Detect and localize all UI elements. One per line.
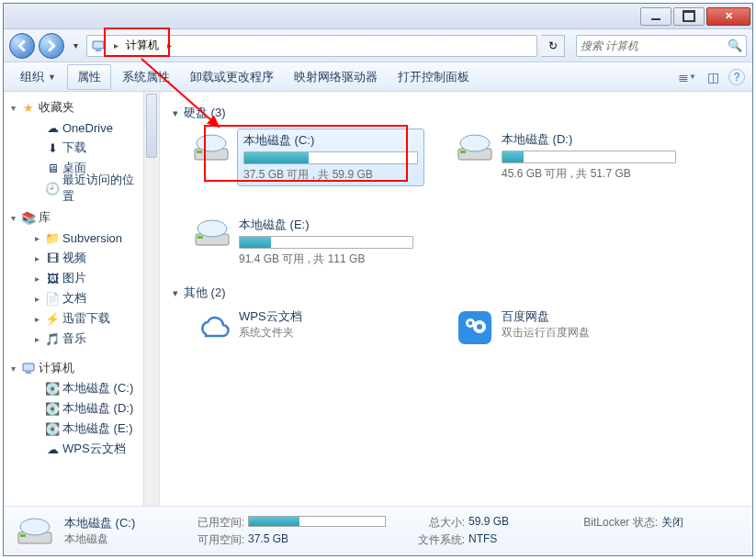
size-value: 59.9 GB	[468, 515, 560, 531]
svg-rect-3	[26, 372, 31, 374]
capacity-bar	[502, 151, 676, 163]
sidebar-item[interactable]: ▸📄文档	[4, 288, 143, 308]
sidebar-item[interactable]: ☁WPS云文档	[4, 439, 143, 459]
bitlocker-label: BitLocker 状态:	[560, 515, 661, 531]
search-input[interactable]	[577, 39, 724, 52]
other-item[interactable]: WPS云文档 系统文件夹	[193, 308, 423, 347]
maximize-button[interactable]	[673, 7, 705, 26]
tree-item-icon: 📁	[45, 230, 60, 245]
sidebar-item[interactable]: ▸📁Subversion	[4, 228, 143, 248]
group-hard-disks[interactable]: ▾ 硬盘 (3)	[173, 105, 739, 121]
nav-forward-button[interactable]	[39, 33, 64, 59]
tree-item-label: 计算机	[39, 360, 74, 376]
tree-item-label: 本地磁盘 (E:)	[62, 420, 133, 437]
details-name: 本地磁盘 (C:)	[64, 515, 175, 531]
svg-rect-0	[93, 41, 104, 49]
view-mode-button[interactable]: ≣▼	[677, 67, 697, 87]
tree-item-icon: ⚡	[45, 311, 60, 326]
drive-name: 本地磁盘 (E:)	[239, 217, 423, 233]
tree-item-icon: 📚	[21, 210, 36, 225]
tree-item-label: 本地磁盘 (D:)	[62, 400, 133, 417]
item-info: 百度网盘 双击运行百度网盘	[502, 308, 590, 347]
group-hard-disks-label: 硬盘 (3)	[184, 105, 226, 121]
item-desc: 双击运行百度网盘	[502, 325, 590, 341]
drive-icon	[193, 214, 231, 252]
svg-point-17	[477, 324, 482, 330]
details-pane: 本地磁盘 (C:) 本地磁盘 已用空间: 总大小: 59.9 GB BitLoc…	[4, 506, 752, 555]
minimize-button[interactable]	[640, 7, 671, 26]
svg-point-8	[460, 135, 490, 151]
sidebar-item[interactable]: 🕘最近访问的位置	[4, 178, 143, 198]
other-item[interactable]: 百度网盘 双击运行百度网盘	[456, 308, 685, 347]
sidebar-libraries[interactable]: ▾📚库	[4, 207, 143, 228]
tree-item-label: 音乐	[62, 330, 86, 347]
svg-rect-12	[197, 236, 203, 239]
toolbar-right: ≣▼ ◫ ?	[677, 67, 745, 87]
nav-history-dropdown[interactable]: ▾	[68, 36, 83, 56]
map-drive-button[interactable]: 映射网络驱动器	[285, 65, 387, 89]
fs-value: NTFS	[468, 532, 560, 548]
expand-icon: ▸	[31, 334, 42, 344]
help-button[interactable]: ?	[728, 69, 745, 85]
drive-item[interactable]: 本地磁盘 (E:) 91.4 GB 可用 , 共 111 GB	[193, 214, 423, 270]
refresh-button[interactable]: ↻	[541, 35, 565, 57]
properties-button[interactable]: 属性	[67, 64, 111, 90]
titlebar	[4, 4, 752, 29]
sidebar-item[interactable]: ⬇下载	[4, 138, 143, 158]
expand-icon: ▾	[7, 363, 18, 374]
group-other[interactable]: ▾ 其他 (2)	[173, 285, 739, 301]
drive-free-text: 45.6 GB 可用 , 共 51.7 GB	[502, 166, 685, 182]
sidebar-item[interactable]: ▸🖼图片	[4, 268, 143, 288]
sidebar-item[interactable]: 💽本地磁盘 (E:)	[4, 419, 143, 439]
drive-item[interactable]: 本地磁盘 (C:) 37.5 GB 可用 , 共 59.9 GB	[193, 129, 423, 186]
control-panel-label: 打开控制面板	[398, 69, 469, 85]
scrollbar-thumb[interactable]	[146, 94, 157, 158]
organize-button[interactable]: 组织▼	[11, 65, 65, 89]
expand-icon: ▸	[31, 274, 42, 284]
svg-rect-6	[197, 151, 202, 153]
address-bar[interactable]: ▸ 计算机 ▸	[86, 35, 537, 57]
tree-item-label: 文档	[62, 290, 86, 307]
details-type: 本地磁盘	[64, 531, 175, 547]
group-other-label: 其他 (2)	[184, 285, 226, 301]
tree-item-icon: 📄	[45, 291, 60, 306]
drive-item[interactable]: 本地磁盘 (D:) 45.6 GB 可用 , 共 51.7 GB	[456, 129, 685, 186]
sidebar-scrollbar[interactable]	[143, 92, 159, 506]
expand-icon: ▾	[7, 213, 18, 223]
sidebar-computer[interactable]: ▾计算机	[4, 358, 143, 378]
tree-item-icon: ☁	[45, 120, 60, 135]
collapse-arrow-icon: ▾	[173, 287, 178, 299]
close-button[interactable]	[706, 7, 750, 26]
tree-item-label: 本地磁盘 (C:)	[62, 380, 133, 397]
tree-item-label: Subversion	[62, 231, 122, 245]
sidebar-item[interactable]: ▸⚡迅雷下载	[4, 308, 143, 329]
breadcrumb-arrow-icon: ▸	[163, 40, 175, 50]
search-icon[interactable]: 🔍	[724, 39, 746, 52]
drive-free-text: 91.4 GB 可用 , 共 111 GB	[239, 252, 423, 267]
uninstall-button[interactable]: 卸载或更改程序	[181, 65, 283, 89]
body: ▾★收藏夹☁OneDrive⬇下载🖥桌面🕘最近访问的位置▾📚库▸📁Subvers…	[4, 92, 752, 506]
tree-item-icon: 💽	[45, 401, 60, 416]
preview-pane-button[interactable]: ◫	[703, 67, 723, 87]
control-panel-button[interactable]: 打开控制面板	[389, 65, 479, 89]
fs-label: 文件系统:	[404, 532, 468, 548]
breadcrumb-computer[interactable]: 计算机	[122, 36, 163, 56]
system-properties-label: 系统属性	[122, 69, 170, 85]
drive-icon	[15, 511, 55, 552]
nav-back-button[interactable]	[9, 33, 35, 59]
sidebar-item[interactable]: ▸🎵音乐	[4, 329, 143, 349]
svg-point-19	[20, 519, 50, 535]
system-properties-button[interactable]: 系统属性	[113, 65, 179, 89]
sidebar-item[interactable]: 💽本地磁盘 (D:)	[4, 398, 143, 419]
sidebar-item[interactable]: ▸🎞视频	[4, 248, 143, 268]
nav-pane: ▾★收藏夹☁OneDrive⬇下载🖥桌面🕘最近访问的位置▾📚库▸📁Subvers…	[4, 92, 160, 506]
svg-point-16	[468, 321, 472, 325]
sidebar-item[interactable]: 💽本地磁盘 (C:)	[4, 378, 143, 398]
sidebar-item[interactable]: ☁OneDrive	[4, 117, 143, 138]
drive-info: 本地磁盘 (E:) 91.4 GB 可用 , 共 111 GB	[239, 214, 423, 270]
capacity-bar	[243, 151, 418, 164]
sidebar-favorites[interactable]: ▾★收藏夹	[4, 97, 143, 117]
search-box[interactable]: 🔍	[576, 35, 747, 57]
expand-icon: ▸	[31, 314, 42, 324]
computer-icon	[89, 37, 107, 55]
